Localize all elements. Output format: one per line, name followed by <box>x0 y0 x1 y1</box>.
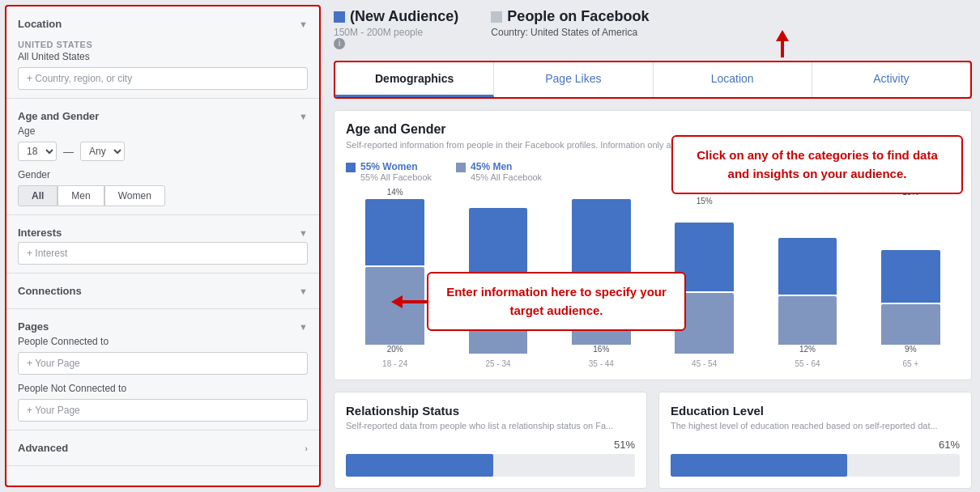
left-arrow-head <box>391 295 403 308</box>
people-connected-label: People Connected to <box>18 336 308 347</box>
legend-women: 55% Women 55% All Facebook <box>346 161 432 182</box>
women-pct: 55% Women <box>360 161 417 172</box>
bar-men-pct: 9% <box>905 345 916 354</box>
gender-all-button[interactable]: All <box>18 185 58 206</box>
new-audience-icon <box>334 11 345 23</box>
connections-section: Connections ▼ <box>6 274 319 309</box>
connections-header[interactable]: Connections ▼ <box>18 282 308 300</box>
interests-input[interactable]: + Interest <box>18 242 308 265</box>
facebook-audience-title: People on Facebook <box>491 8 649 25</box>
tab-demographics[interactable]: Demographics <box>335 62 494 97</box>
gender-men-button[interactable]: Men <box>58 185 104 206</box>
education-bar-fill <box>671 454 847 477</box>
tab-activity[interactable]: Activity <box>812 62 970 97</box>
bar-men-pct: 16% <box>593 345 609 354</box>
advanced-chevron: › <box>305 443 308 453</box>
bar-label: 35 - 44 <box>589 359 614 368</box>
age-label: Age <box>18 125 308 137</box>
bar-group: 13%9%65 + <box>862 188 960 368</box>
gender-women-button[interactable]: Women <box>104 185 165 206</box>
people-not-connected-input[interactable]: + Your Page <box>18 399 308 422</box>
bar-label: 18 - 24 <box>382 359 407 368</box>
callout-bottom-wrapper: Enter information here to specify your t… <box>391 272 686 331</box>
interests-chevron: ▼ <box>299 228 308 238</box>
bar-women[interactable] <box>469 208 528 275</box>
pages-chevron: ▼ <box>299 322 308 332</box>
tab-area: Demographics Page Likes Location Activit… <box>334 61 972 99</box>
location-header[interactable]: Location ▼ <box>18 15 308 33</box>
location-sublabel: All United States <box>18 51 308 62</box>
education-sub: The highest level of education reached b… <box>671 421 960 430</box>
relationship-title: Relationship Status <box>346 404 635 418</box>
bar-label: 65 + <box>902 359 918 368</box>
tab-location[interactable]: Location <box>654 62 812 97</box>
bar-women[interactable] <box>572 199 631 273</box>
connections-chevron: ▼ <box>299 286 308 296</box>
gender-buttons: All Men Women <box>18 185 308 206</box>
bar-men-pct: 12% <box>799 345 816 354</box>
relationship-pct: 51% <box>346 439 635 451</box>
pages-header[interactable]: Pages ▼ <box>18 317 308 336</box>
age-dash: — <box>63 146 74 158</box>
tab-page-likes[interactable]: Page Likes <box>494 62 653 97</box>
advanced-header[interactable]: Advanced › <box>18 439 308 457</box>
bar-women[interactable] <box>365 199 424 265</box>
audience-header: (New Audience) 150M - 200M people i Peop… <box>334 5 972 53</box>
bar-men[interactable] <box>778 296 837 345</box>
age-gender-chart-section: Age and Gender Self-reported information… <box>334 110 972 380</box>
people-not-connected-label: People Not Connected to <box>18 383 308 394</box>
age-gender-section: Age and Gender ▼ Age 18 — Any Gender All… <box>6 99 319 215</box>
relationship-card: Relationship Status Self-reported data f… <box>334 392 647 489</box>
age-gender-chevron: ▼ <box>299 112 308 121</box>
advanced-section: Advanced › <box>6 430 319 466</box>
age-min-select[interactable]: 18 <box>18 142 57 161</box>
bar-women-pct: 14% <box>387 188 403 197</box>
up-arrow-head <box>776 30 789 41</box>
men-pct: 45% Men <box>471 161 512 172</box>
bottom-row: Relationship Status Self-reported data f… <box>334 392 972 489</box>
location-input[interactable]: + Country, region, or city <box>18 67 308 90</box>
location-chevron: ▼ <box>299 19 308 29</box>
age-row: 18 — Any <box>18 142 308 161</box>
people-connected-input[interactable]: + Your Page <box>18 352 308 375</box>
tab-arrow-wrapper <box>776 30 789 57</box>
pages-label: Pages <box>18 320 49 333</box>
legend-men: 45% Men 45% All Facebook <box>456 161 542 182</box>
new-audience-block: (New Audience) 150M - 200M people i <box>334 8 458 49</box>
education-title: Education Level <box>671 404 960 418</box>
tab-bar: Demographics Page Likes Location Activit… <box>334 61 972 99</box>
advanced-label: Advanced <box>18 442 68 454</box>
location-label: Location <box>18 18 62 30</box>
bar-women[interactable] <box>778 238 837 295</box>
bar-men-pct: 20% <box>387 345 403 354</box>
pages-section: Pages ▼ People Connected to + Your Page … <box>6 309 319 430</box>
bar-women[interactable] <box>881 250 940 303</box>
gender-label: Gender <box>18 169 308 180</box>
new-audience-title: (New Audience) <box>334 8 458 25</box>
bar-label: 55 - 64 <box>795 359 820 368</box>
callout-bottom: Enter information here to specify your t… <box>427 272 686 331</box>
interests-section: Interests ▼ + Interest <box>6 215 319 274</box>
education-card: Education Level The highest level of edu… <box>658 392 972 489</box>
facebook-audience-icon <box>491 11 502 23</box>
left-arrow-body <box>403 300 427 303</box>
sidebar: Location ▼ UNITED STATES All United Stat… <box>5 5 321 487</box>
women-sub: 55% All Facebook <box>360 172 432 182</box>
facebook-label: People on Facebook <box>507 8 649 25</box>
age-gender-header[interactable]: Age and Gender ▼ <box>18 107 308 125</box>
bar-group: 12%55 - 64 <box>758 197 856 368</box>
location-country: UNITED STATES <box>18 40 308 49</box>
interests-header[interactable]: Interests ▼ <box>18 223 308 242</box>
up-arrow-body <box>781 41 784 57</box>
info-icon[interactable]: i <box>334 38 345 49</box>
new-audience-size: 150M - 200M people <box>334 27 458 38</box>
bar-men[interactable] <box>881 304 940 345</box>
location-section: Location ▼ UNITED STATES All United Stat… <box>6 6 319 99</box>
main-content: (New Audience) 150M - 200M people i Peop… <box>326 0 980 492</box>
facebook-audience-block: People on Facebook Country: United State… <box>491 8 649 49</box>
age-max-select[interactable]: Any <box>80 142 125 161</box>
new-audience-label: (New Audience) <box>350 8 458 25</box>
facebook-country: Country: United States of America <box>491 27 649 38</box>
education-pct: 61% <box>671 439 960 451</box>
bar-women-pct: 15% <box>697 197 713 206</box>
